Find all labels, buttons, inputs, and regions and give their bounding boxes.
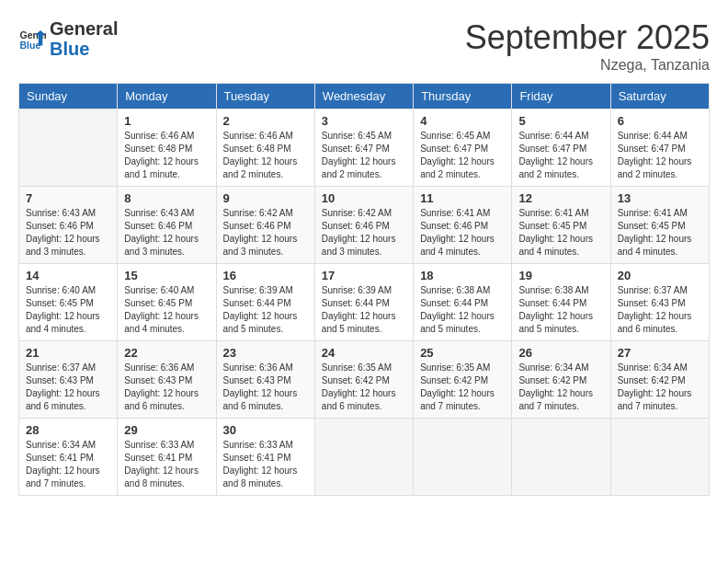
calendar-cell: 21Sunrise: 6:37 AM Sunset: 6:43 PM Dayli…	[19, 341, 118, 419]
calendar-cell: 29Sunrise: 6:33 AM Sunset: 6:41 PM Dayli…	[118, 419, 216, 496]
day-info: Sunrise: 6:41 AM Sunset: 6:45 PM Dayligh…	[618, 207, 702, 259]
svg-text:Blue: Blue	[20, 40, 41, 51]
column-header-monday: Monday	[118, 84, 216, 109]
day-number: 17	[322, 269, 406, 282]
calendar-cell: 7Sunrise: 6:43 AM Sunset: 6:46 PM Daylig…	[19, 187, 118, 264]
day-number: 29	[124, 423, 209, 437]
calendar-cell: 15Sunrise: 6:40 AM Sunset: 6:45 PM Dayli…	[118, 264, 216, 341]
day-number: 5	[518, 114, 603, 128]
calendar-cell: 23Sunrise: 6:36 AM Sunset: 6:43 PM Dayli…	[216, 341, 314, 419]
day-number: 30	[223, 423, 308, 437]
day-number: 11	[420, 191, 505, 205]
day-number: 7	[26, 191, 110, 205]
day-number: 12	[518, 191, 603, 205]
calendar-cell: 17Sunrise: 6:39 AM Sunset: 6:44 PM Dayli…	[314, 264, 413, 341]
week-row-3: 14Sunrise: 6:40 AM Sunset: 6:45 PM Dayli…	[19, 264, 710, 341]
logo-blue: Blue	[50, 39, 89, 59]
day-info: Sunrise: 6:37 AM Sunset: 6:43 PM Dayligh…	[26, 362, 110, 413]
day-info: Sunrise: 6:39 AM Sunset: 6:44 PM Dayligh…	[223, 284, 308, 336]
day-info: Sunrise: 6:40 AM Sunset: 6:45 PM Dayligh…	[124, 284, 209, 336]
day-info: Sunrise: 6:41 AM Sunset: 6:46 PM Dayligh…	[420, 207, 505, 259]
day-info: Sunrise: 6:42 AM Sunset: 6:46 PM Dayligh…	[223, 207, 308, 259]
day-info: Sunrise: 6:36 AM Sunset: 6:43 PM Dayligh…	[124, 362, 209, 413]
calendar-cell: 20Sunrise: 6:37 AM Sunset: 6:43 PM Dayli…	[610, 264, 709, 341]
day-number: 14	[26, 269, 110, 282]
column-header-wednesday: Wednesday	[314, 84, 413, 109]
day-info: Sunrise: 6:35 AM Sunset: 6:42 PM Dayligh…	[420, 362, 505, 413]
day-number: 24	[322, 346, 406, 360]
day-number: 22	[124, 346, 209, 360]
day-number: 2	[223, 114, 308, 128]
calendar-cell: 13Sunrise: 6:41 AM Sunset: 6:45 PM Dayli…	[610, 187, 709, 264]
day-info: Sunrise: 6:39 AM Sunset: 6:44 PM Dayligh…	[322, 284, 406, 336]
calendar-cell: 12Sunrise: 6:41 AM Sunset: 6:45 PM Dayli…	[512, 187, 610, 264]
day-number: 15	[124, 269, 209, 282]
calendar-cell: 16Sunrise: 6:39 AM Sunset: 6:44 PM Dayli…	[216, 264, 314, 341]
calendar-cell: 18Sunrise: 6:38 AM Sunset: 6:44 PM Dayli…	[414, 264, 512, 341]
day-number: 23	[223, 346, 308, 360]
calendar-cell: 24Sunrise: 6:35 AM Sunset: 6:42 PM Dayli…	[314, 341, 413, 419]
calendar-cell	[414, 419, 512, 496]
calendar-cell: 30Sunrise: 6:33 AM Sunset: 6:41 PM Dayli…	[216, 419, 314, 496]
week-row-1: 1Sunrise: 6:46 AM Sunset: 6:48 PM Daylig…	[19, 109, 710, 187]
calendar-cell: 8Sunrise: 6:43 AM Sunset: 6:46 PM Daylig…	[118, 187, 216, 264]
day-number: 25	[420, 346, 505, 360]
calendar-cell: 10Sunrise: 6:42 AM Sunset: 6:46 PM Dayli…	[314, 187, 413, 264]
day-info: Sunrise: 6:42 AM Sunset: 6:46 PM Dayligh…	[322, 207, 406, 259]
day-info: Sunrise: 6:38 AM Sunset: 6:44 PM Dayligh…	[420, 284, 505, 336]
column-header-tuesday: Tuesday	[216, 84, 314, 109]
day-number: 9	[223, 191, 308, 205]
calendar-cell: 5Sunrise: 6:44 AM Sunset: 6:47 PM Daylig…	[512, 109, 610, 187]
calendar-cell: 26Sunrise: 6:34 AM Sunset: 6:42 PM Dayli…	[512, 341, 610, 419]
calendar-cell: 2Sunrise: 6:46 AM Sunset: 6:48 PM Daylig…	[216, 109, 314, 187]
day-info: Sunrise: 6:46 AM Sunset: 6:48 PM Dayligh…	[223, 130, 308, 181]
day-number: 1	[124, 114, 209, 128]
day-number: 20	[618, 269, 702, 282]
week-row-4: 21Sunrise: 6:37 AM Sunset: 6:43 PM Dayli…	[19, 341, 710, 419]
day-info: Sunrise: 6:35 AM Sunset: 6:42 PM Dayligh…	[322, 362, 406, 413]
day-number: 28	[26, 423, 110, 437]
day-number: 21	[26, 346, 110, 360]
day-info: Sunrise: 6:43 AM Sunset: 6:46 PM Dayligh…	[124, 207, 209, 259]
day-number: 27	[618, 346, 702, 360]
day-number: 13	[618, 191, 702, 205]
location-title: Nzega, Tanzania	[465, 57, 710, 74]
day-info: Sunrise: 6:38 AM Sunset: 6:44 PM Dayligh…	[518, 284, 603, 336]
logo-icon: General Blue	[18, 25, 46, 52]
day-info: Sunrise: 6:33 AM Sunset: 6:41 PM Dayligh…	[223, 439, 308, 490]
calendar-cell	[512, 419, 610, 496]
calendar-cell: 28Sunrise: 6:34 AM Sunset: 6:41 PM Dayli…	[19, 419, 118, 496]
calendar-cell: 14Sunrise: 6:40 AM Sunset: 6:45 PM Dayli…	[19, 264, 118, 341]
day-info: Sunrise: 6:37 AM Sunset: 6:43 PM Dayligh…	[618, 284, 702, 336]
day-info: Sunrise: 6:34 AM Sunset: 6:41 PM Dayligh…	[26, 439, 110, 490]
calendar-cell: 6Sunrise: 6:44 AM Sunset: 6:47 PM Daylig…	[610, 109, 709, 187]
day-info: Sunrise: 6:45 AM Sunset: 6:47 PM Dayligh…	[420, 130, 505, 181]
calendar-cell: 22Sunrise: 6:36 AM Sunset: 6:43 PM Dayli…	[118, 341, 216, 419]
day-number: 26	[518, 346, 603, 360]
column-header-saturday: Saturday	[610, 84, 709, 109]
day-info: Sunrise: 6:34 AM Sunset: 6:42 PM Dayligh…	[618, 362, 702, 413]
day-number: 8	[124, 191, 209, 205]
week-row-5: 28Sunrise: 6:34 AM Sunset: 6:41 PM Dayli…	[19, 419, 710, 496]
day-info: Sunrise: 6:45 AM Sunset: 6:47 PM Dayligh…	[322, 130, 406, 181]
calendar-cell: 19Sunrise: 6:38 AM Sunset: 6:44 PM Dayli…	[512, 264, 610, 341]
calendar-cell: 25Sunrise: 6:35 AM Sunset: 6:42 PM Dayli…	[414, 341, 512, 419]
calendar-cell: 11Sunrise: 6:41 AM Sunset: 6:46 PM Dayli…	[414, 187, 512, 264]
week-row-2: 7Sunrise: 6:43 AM Sunset: 6:46 PM Daylig…	[19, 187, 710, 264]
day-info: Sunrise: 6:36 AM Sunset: 6:43 PM Dayligh…	[223, 362, 308, 413]
day-info: Sunrise: 6:44 AM Sunset: 6:47 PM Dayligh…	[518, 130, 603, 181]
calendar-header-row: SundayMondayTuesdayWednesdayThursdayFrid…	[19, 84, 710, 109]
logo-general: General	[50, 18, 118, 39]
calendar-cell: 27Sunrise: 6:34 AM Sunset: 6:42 PM Dayli…	[610, 341, 709, 419]
day-number: 19	[518, 269, 603, 282]
day-number: 10	[322, 191, 406, 205]
calendar-cell: 9Sunrise: 6:42 AM Sunset: 6:46 PM Daylig…	[216, 187, 314, 264]
day-info: Sunrise: 6:43 AM Sunset: 6:46 PM Dayligh…	[26, 207, 110, 259]
day-info: Sunrise: 6:44 AM Sunset: 6:47 PM Dayligh…	[618, 130, 702, 181]
logo: General Blue General Blue	[18, 18, 118, 59]
month-title: September 2025	[465, 18, 710, 57]
calendar-cell: 3Sunrise: 6:45 AM Sunset: 6:47 PM Daylig…	[314, 109, 413, 187]
day-number: 3	[322, 114, 406, 128]
day-info: Sunrise: 6:33 AM Sunset: 6:41 PM Dayligh…	[124, 439, 209, 490]
calendar-table: SundayMondayTuesdayWednesdayThursdayFrid…	[18, 83, 710, 496]
